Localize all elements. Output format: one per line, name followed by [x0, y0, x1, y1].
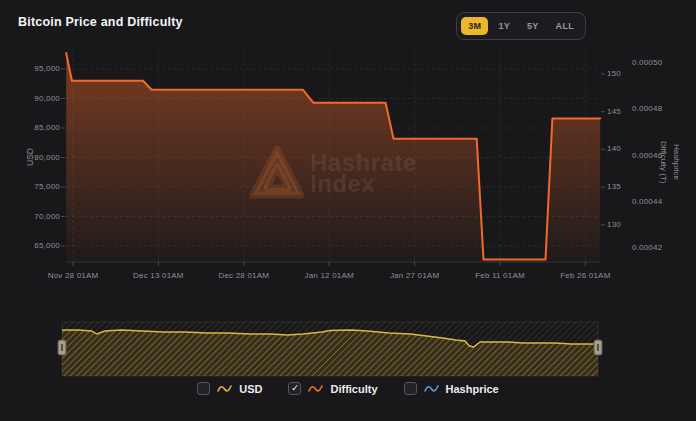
line-squiggle-icon: [217, 383, 232, 394]
y-right-hashprice-tick: 0.00048: [632, 104, 672, 113]
main-chart[interactable]: [0, 0, 696, 421]
y-right-difficulty-tick: 140: [607, 144, 631, 153]
checkbox-checked-icon[interactable]: ✓: [288, 382, 301, 395]
legend-item-usd[interactable]: USD: [197, 382, 262, 395]
y-right-hashprice-tick: 0.00042: [632, 243, 672, 252]
y-right-difficulty-tick: 130: [607, 220, 631, 229]
checkmark-icon: ✓: [291, 384, 299, 393]
x-axis-tick: Feb 11 01AM: [460, 271, 540, 280]
legend: USD✓DifficultyHashprice: [0, 382, 696, 395]
line-squiggle-icon: [308, 383, 323, 394]
line-squiggle-icon: [424, 383, 439, 394]
x-axis-tick: Dec 13 01AM: [118, 271, 198, 280]
navigator[interactable]: [58, 322, 602, 376]
y-right-difficulty-tick: 145: [607, 107, 631, 116]
y-left-tick: 90,000: [0, 94, 60, 103]
y-right-difficulty-tick: 150: [607, 69, 631, 78]
chart-panel: Bitcoin Price and Difficulty 3M1Y5YALL U…: [0, 0, 696, 421]
legend-label: USD: [239, 383, 262, 395]
y-right-hashprice-tick: 0.00050: [632, 58, 672, 67]
legend-label: Difficulty: [330, 383, 377, 395]
y-left-tick: 75,000: [0, 182, 60, 191]
legend-item-difficulty[interactable]: ✓Difficulty: [288, 382, 377, 395]
y-right-hashprice-tick: 0.00044: [632, 197, 672, 206]
checkbox-unchecked-icon[interactable]: [197, 382, 210, 395]
navigator-left-handle[interactable]: [58, 340, 66, 355]
navigator-right-handle[interactable]: [594, 340, 602, 355]
y-left-tick: 95,000: [0, 64, 60, 73]
x-axis-tick: Nov 28 01AM: [33, 271, 113, 280]
x-axis-tick: Dec 28 01AM: [204, 271, 284, 280]
y-left-tick: 80,000: [0, 153, 60, 162]
x-axis-tick: Jan 27 01AM: [375, 271, 455, 280]
legend-label: Hashprice: [446, 383, 499, 395]
x-axis-tick: Feb 26 01AM: [545, 271, 625, 280]
y-right-difficulty-tick: 135: [607, 182, 631, 191]
legend-item-hashprice[interactable]: Hashprice: [404, 382, 499, 395]
y-left-tick: 65,000: [0, 241, 60, 250]
checkbox-unchecked-icon[interactable]: [404, 382, 417, 395]
y-left-tick: 70,000: [0, 212, 60, 221]
y-left-tick: 85,000: [0, 123, 60, 132]
x-axis-tick: Jan 12 01AM: [289, 271, 369, 280]
y-right-hashprice-tick: 0.00046: [632, 151, 672, 160]
